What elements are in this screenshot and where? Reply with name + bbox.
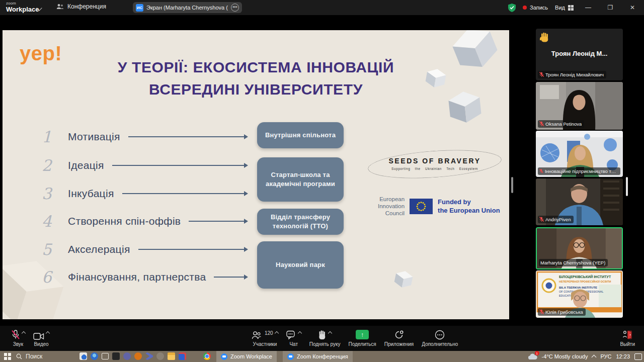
more-ellipsis-icon xyxy=(435,330,445,340)
slide-step: 6Фінансування, партнерства xyxy=(42,268,247,286)
apps-button[interactable]: Приложения xyxy=(380,326,418,351)
people-icon xyxy=(56,4,64,10)
video-options-chevron[interactable] xyxy=(46,331,50,335)
minimize-button[interactable]: — xyxy=(581,4,596,11)
view-button[interactable]: Вид xyxy=(555,5,574,11)
participants-button[interactable]: 120 Участники xyxy=(248,326,282,351)
taskbar-pinned-apps xyxy=(79,352,186,360)
security-shield-icon[interactable] xyxy=(508,4,516,12)
cube-decoration xyxy=(394,270,413,289)
taskbar-app-icon[interactable] xyxy=(79,352,87,360)
taskbar-app-icon[interactable] xyxy=(112,352,120,360)
participant-label: Юлія Грибовська xyxy=(538,308,586,316)
slide-step: 5Акселерація xyxy=(42,240,247,258)
language-indicator[interactable]: РУС xyxy=(600,353,611,359)
search-icon xyxy=(16,353,22,359)
participant-label: Oksana Petinova xyxy=(538,120,584,128)
taskbar-app-icon[interactable] xyxy=(145,352,153,360)
zoom-app-icon xyxy=(221,353,227,360)
restore-button[interactable]: ❐ xyxy=(603,4,618,11)
slide-step: 4Створення спін-оффів xyxy=(42,212,247,230)
raised-hand-icon xyxy=(540,32,550,43)
window-title-bar: zoom Workplace Конференция ИС Экран (Mar… xyxy=(0,0,644,15)
arrow-icon xyxy=(189,221,247,222)
slide-box: Стартап-школа та академічні програми xyxy=(257,157,344,202)
funded-by-label: Funded by the European Union xyxy=(438,198,500,215)
taskbar-app-icon[interactable] xyxy=(179,352,186,360)
tab-meeting[interactable]: Конференция xyxy=(56,3,106,10)
raise-hand-options-chevron[interactable] xyxy=(328,331,332,335)
raise-hand-icon xyxy=(318,330,327,340)
slide-title: У ТЕОРІЇ: ЕКОСИСТЕМА ІННОВАЦІЙ ВСЕРЕДИНІ… xyxy=(58,56,454,100)
arrow-icon xyxy=(128,136,247,137)
taskbar-app-icon[interactable] xyxy=(123,352,131,360)
taskbar-window-zoom-workplace[interactable]: Zoom Workplace xyxy=(216,351,277,362)
participant-label: Троян Леонід Михайлович xyxy=(538,71,606,78)
chrome-icon[interactable] xyxy=(203,352,211,360)
audio-options-chevron[interactable] xyxy=(22,331,26,335)
chat-options-chevron[interactable] xyxy=(297,331,301,335)
participants-options-chevron[interactable] xyxy=(274,331,278,335)
weather-widget[interactable]: 1 xyxy=(528,353,537,360)
participant-label: AndriyPiven xyxy=(538,216,574,223)
taskbar-app-icon[interactable] xyxy=(134,352,142,360)
participants-sidebar: Троян Леонід М... Троян Леонід Михайлови… xyxy=(536,29,623,319)
more-button[interactable]: Дополнительно xyxy=(418,326,462,351)
file-explorer-icon[interactable] xyxy=(168,352,175,360)
participant-tile[interactable]: Троян Леонід М... Троян Леонід Михайлови… xyxy=(536,29,623,80)
slide-scrollbar[interactable] xyxy=(511,177,513,193)
participant-tile[interactable]: Інноваційне підприємництво та старт... xyxy=(536,131,623,177)
participants-count: 120 xyxy=(265,330,273,336)
arrow-icon xyxy=(112,165,247,166)
taskbar-window-zoom-meeting[interactable]: Zoom Конференция xyxy=(283,351,353,362)
share-screen-button[interactable]: ↑ Поделиться xyxy=(345,326,380,351)
yep-logo: yep! xyxy=(20,42,62,65)
close-button[interactable]: ✕ xyxy=(625,4,640,11)
weather-label[interactable]: -4°C Mostly cloudy xyxy=(542,353,588,359)
raise-hand-button[interactable]: Поднять руку xyxy=(305,326,345,351)
share-screen-icon: ↑ xyxy=(356,330,369,339)
zoom-app-icon xyxy=(287,353,294,360)
arrow-icon xyxy=(138,249,247,250)
participant-tile[interactable]: БІЛОЦЕРКІВСЬКИЙ ІНСТИТУТ НЕПЕРЕРВНОЇ ПРО… xyxy=(536,270,623,318)
arrow-icon xyxy=(214,277,247,278)
participant-tile[interactable]: Oksana Petinova xyxy=(536,82,623,130)
leave-meeting-button[interactable]: Выйти xyxy=(616,326,639,351)
participant-tile[interactable]: AndriyPiven xyxy=(536,178,623,225)
slide-box: Науковий парк xyxy=(257,241,344,289)
slide-step: 3Інкубація xyxy=(42,185,247,203)
recording-dot-icon xyxy=(523,6,527,10)
action-center-icon[interactable] xyxy=(634,353,642,360)
participants-icon xyxy=(252,331,262,340)
sidebar-scrollbar[interactable] xyxy=(626,177,628,196)
arrow-icon xyxy=(122,193,247,194)
leave-door-icon xyxy=(622,330,632,340)
muted-mic-icon xyxy=(539,72,544,77)
participant-label: Marharyta Chernyshova (YEP) xyxy=(539,259,608,266)
view-grid-icon xyxy=(568,5,574,11)
chat-button[interactable]: Чат xyxy=(282,326,305,351)
task-view-icon[interactable] xyxy=(102,353,109,359)
muted-mic-icon xyxy=(539,168,543,174)
tab-options-icon[interactable]: ••• xyxy=(231,4,239,12)
slide-box: Відділ трансферу технологій (ТТО) xyxy=(257,209,344,235)
eu-funding-logo: European Innovation Council Funded by th… xyxy=(378,196,500,217)
taskbar-app-icon[interactable] xyxy=(156,352,164,360)
clock[interactable]: 12:23 xyxy=(616,353,630,359)
video-button[interactable]: Видео xyxy=(29,326,53,351)
seeds-of-bravery-logo: SEEDS OF BRAVERY Supporting the Ukrainia… xyxy=(379,157,491,170)
eic-label: European Innovation Council xyxy=(378,196,405,217)
taskbar-search[interactable]: Поиск xyxy=(16,351,42,362)
tab-screen-share[interactable]: ИС Экран (Marharyta Chernyshova ( ••• xyxy=(133,2,242,13)
participant-label: Інноваційне підприємництво та старт... xyxy=(538,167,620,175)
audio-button[interactable]: Звук xyxy=(7,326,29,351)
meeting-toolbar: Звук Видео 120 Участники xyxy=(0,326,644,351)
participant-tile-active-speaker[interactable]: Marharyta Chernyshova (YEP) xyxy=(536,227,623,269)
screen-share-avatar-icon: ИС xyxy=(136,4,143,12)
start-button[interactable] xyxy=(4,353,11,360)
tray-expand-chevron[interactable] xyxy=(592,355,597,360)
cube-decoration xyxy=(3,257,64,319)
chat-icon xyxy=(286,330,296,340)
taskbar-app-icon[interactable] xyxy=(91,352,98,360)
slide-box: Внутрішня спільнота xyxy=(257,122,344,148)
